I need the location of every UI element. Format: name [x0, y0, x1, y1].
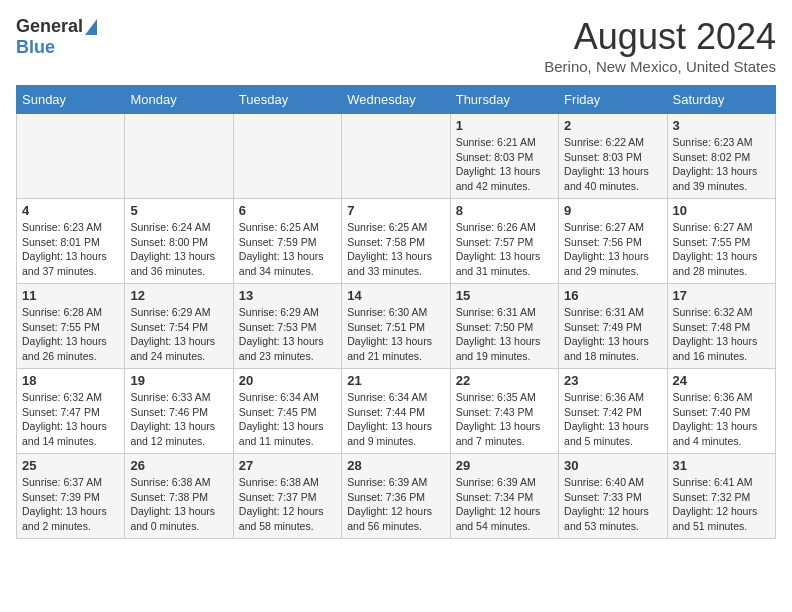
week-row-4: 18Sunrise: 6:32 AMSunset: 7:47 PMDayligh… [17, 369, 776, 454]
day-number: 12 [130, 288, 227, 303]
day-info: Sunrise: 6:23 AMSunset: 8:01 PMDaylight:… [22, 220, 119, 279]
header-tuesday: Tuesday [233, 86, 341, 114]
day-info: Sunrise: 6:41 AMSunset: 7:32 PMDaylight:… [673, 475, 770, 534]
day-number: 17 [673, 288, 770, 303]
header-monday: Monday [125, 86, 233, 114]
calendar-cell-w3-d4: 14Sunrise: 6:30 AMSunset: 7:51 PMDayligh… [342, 284, 450, 369]
day-number: 24 [673, 373, 770, 388]
day-number: 3 [673, 118, 770, 133]
calendar-cell-w5-d4: 28Sunrise: 6:39 AMSunset: 7:36 PMDayligh… [342, 454, 450, 539]
calendar-cell-w5-d1: 25Sunrise: 6:37 AMSunset: 7:39 PMDayligh… [17, 454, 125, 539]
day-info: Sunrise: 6:39 AMSunset: 7:36 PMDaylight:… [347, 475, 444, 534]
calendar-cell-w1-d4 [342, 114, 450, 199]
logo: General Blue [16, 16, 97, 58]
day-info: Sunrise: 6:30 AMSunset: 7:51 PMDaylight:… [347, 305, 444, 364]
day-info: Sunrise: 6:38 AMSunset: 7:38 PMDaylight:… [130, 475, 227, 534]
calendar-cell-w3-d6: 16Sunrise: 6:31 AMSunset: 7:49 PMDayligh… [559, 284, 667, 369]
day-info: Sunrise: 6:38 AMSunset: 7:37 PMDaylight:… [239, 475, 336, 534]
day-info: Sunrise: 6:27 AMSunset: 7:56 PMDaylight:… [564, 220, 661, 279]
location-subtitle: Berino, New Mexico, United States [544, 58, 776, 75]
day-number: 30 [564, 458, 661, 473]
day-number: 29 [456, 458, 553, 473]
month-year-title: August 2024 [544, 16, 776, 58]
day-number: 14 [347, 288, 444, 303]
calendar-cell-w2-d1: 4Sunrise: 6:23 AMSunset: 8:01 PMDaylight… [17, 199, 125, 284]
day-number: 10 [673, 203, 770, 218]
day-number: 22 [456, 373, 553, 388]
week-row-5: 25Sunrise: 6:37 AMSunset: 7:39 PMDayligh… [17, 454, 776, 539]
calendar-cell-w2-d4: 7Sunrise: 6:25 AMSunset: 7:58 PMDaylight… [342, 199, 450, 284]
calendar-cell-w2-d3: 6Sunrise: 6:25 AMSunset: 7:59 PMDaylight… [233, 199, 341, 284]
day-number: 7 [347, 203, 444, 218]
calendar-cell-w3-d1: 11Sunrise: 6:28 AMSunset: 7:55 PMDayligh… [17, 284, 125, 369]
day-number: 15 [456, 288, 553, 303]
day-info: Sunrise: 6:29 AMSunset: 7:54 PMDaylight:… [130, 305, 227, 364]
day-info: Sunrise: 6:35 AMSunset: 7:43 PMDaylight:… [456, 390, 553, 449]
logo-general-text: General [16, 16, 83, 37]
week-row-3: 11Sunrise: 6:28 AMSunset: 7:55 PMDayligh… [17, 284, 776, 369]
calendar-cell-w1-d5: 1Sunrise: 6:21 AMSunset: 8:03 PMDaylight… [450, 114, 558, 199]
calendar-cell-w1-d2 [125, 114, 233, 199]
day-info: Sunrise: 6:25 AMSunset: 7:58 PMDaylight:… [347, 220, 444, 279]
day-number: 4 [22, 203, 119, 218]
day-number: 5 [130, 203, 227, 218]
header-wednesday: Wednesday [342, 86, 450, 114]
day-number: 27 [239, 458, 336, 473]
day-number: 16 [564, 288, 661, 303]
calendar-cell-w3-d3: 13Sunrise: 6:29 AMSunset: 7:53 PMDayligh… [233, 284, 341, 369]
calendar-cell-w4-d3: 20Sunrise: 6:34 AMSunset: 7:45 PMDayligh… [233, 369, 341, 454]
calendar-cell-w4-d4: 21Sunrise: 6:34 AMSunset: 7:44 PMDayligh… [342, 369, 450, 454]
day-number: 9 [564, 203, 661, 218]
calendar-cell-w5-d2: 26Sunrise: 6:38 AMSunset: 7:38 PMDayligh… [125, 454, 233, 539]
day-info: Sunrise: 6:23 AMSunset: 8:02 PMDaylight:… [673, 135, 770, 194]
day-number: 21 [347, 373, 444, 388]
header-sunday: Sunday [17, 86, 125, 114]
day-info: Sunrise: 6:37 AMSunset: 7:39 PMDaylight:… [22, 475, 119, 534]
day-number: 25 [22, 458, 119, 473]
day-info: Sunrise: 6:31 AMSunset: 7:49 PMDaylight:… [564, 305, 661, 364]
day-info: Sunrise: 6:21 AMSunset: 8:03 PMDaylight:… [456, 135, 553, 194]
header: General Blue August 2024 Berino, New Mex… [16, 16, 776, 75]
day-info: Sunrise: 6:31 AMSunset: 7:50 PMDaylight:… [456, 305, 553, 364]
day-number: 28 [347, 458, 444, 473]
calendar-cell-w3-d2: 12Sunrise: 6:29 AMSunset: 7:54 PMDayligh… [125, 284, 233, 369]
day-number: 13 [239, 288, 336, 303]
day-info: Sunrise: 6:28 AMSunset: 7:55 PMDaylight:… [22, 305, 119, 364]
calendar-cell-w4-d6: 23Sunrise: 6:36 AMSunset: 7:42 PMDayligh… [559, 369, 667, 454]
day-info: Sunrise: 6:36 AMSunset: 7:42 PMDaylight:… [564, 390, 661, 449]
calendar-cell-w4-d2: 19Sunrise: 6:33 AMSunset: 7:46 PMDayligh… [125, 369, 233, 454]
day-info: Sunrise: 6:26 AMSunset: 7:57 PMDaylight:… [456, 220, 553, 279]
day-number: 11 [22, 288, 119, 303]
week-row-1: 1Sunrise: 6:21 AMSunset: 8:03 PMDaylight… [17, 114, 776, 199]
calendar-cell-w5-d3: 27Sunrise: 6:38 AMSunset: 7:37 PMDayligh… [233, 454, 341, 539]
calendar-cell-w1-d6: 2Sunrise: 6:22 AMSunset: 8:03 PMDaylight… [559, 114, 667, 199]
day-info: Sunrise: 6:32 AMSunset: 7:47 PMDaylight:… [22, 390, 119, 449]
header-friday: Friday [559, 86, 667, 114]
calendar-cell-w5-d7: 31Sunrise: 6:41 AMSunset: 7:32 PMDayligh… [667, 454, 775, 539]
header-thursday: Thursday [450, 86, 558, 114]
day-info: Sunrise: 6:27 AMSunset: 7:55 PMDaylight:… [673, 220, 770, 279]
day-info: Sunrise: 6:39 AMSunset: 7:34 PMDaylight:… [456, 475, 553, 534]
day-info: Sunrise: 6:25 AMSunset: 7:59 PMDaylight:… [239, 220, 336, 279]
header-saturday: Saturday [667, 86, 775, 114]
day-number: 1 [456, 118, 553, 133]
calendar-cell-w2-d2: 5Sunrise: 6:24 AMSunset: 8:00 PMDaylight… [125, 199, 233, 284]
day-number: 2 [564, 118, 661, 133]
calendar-cell-w4-d7: 24Sunrise: 6:36 AMSunset: 7:40 PMDayligh… [667, 369, 775, 454]
calendar-cell-w4-d5: 22Sunrise: 6:35 AMSunset: 7:43 PMDayligh… [450, 369, 558, 454]
calendar-cell-w1-d3 [233, 114, 341, 199]
week-row-2: 4Sunrise: 6:23 AMSunset: 8:01 PMDaylight… [17, 199, 776, 284]
day-info: Sunrise: 6:29 AMSunset: 7:53 PMDaylight:… [239, 305, 336, 364]
calendar-cell-w5-d5: 29Sunrise: 6:39 AMSunset: 7:34 PMDayligh… [450, 454, 558, 539]
day-number: 8 [456, 203, 553, 218]
day-number: 6 [239, 203, 336, 218]
calendar-cell-w3-d7: 17Sunrise: 6:32 AMSunset: 7:48 PMDayligh… [667, 284, 775, 369]
day-info: Sunrise: 6:24 AMSunset: 8:00 PMDaylight:… [130, 220, 227, 279]
day-number: 20 [239, 373, 336, 388]
day-info: Sunrise: 6:36 AMSunset: 7:40 PMDaylight:… [673, 390, 770, 449]
calendar-cell-w2-d6: 9Sunrise: 6:27 AMSunset: 7:56 PMDaylight… [559, 199, 667, 284]
logo-blue-text: Blue [16, 37, 55, 57]
calendar-cell-w2-d5: 8Sunrise: 6:26 AMSunset: 7:57 PMDaylight… [450, 199, 558, 284]
calendar-cell-w1-d1 [17, 114, 125, 199]
title-section: August 2024 Berino, New Mexico, United S… [544, 16, 776, 75]
